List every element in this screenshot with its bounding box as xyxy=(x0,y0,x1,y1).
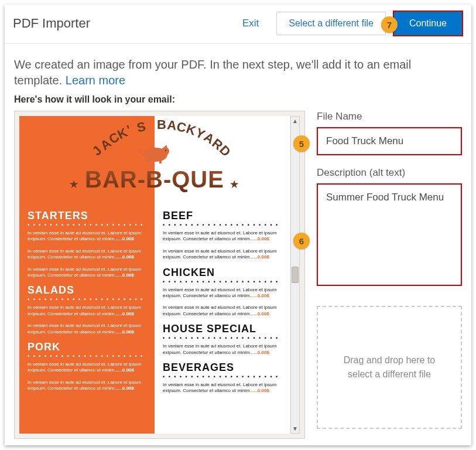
columns: JACK'S BACKYARD xyxy=(14,111,462,439)
step-badge-7: 7 xyxy=(381,16,398,33)
file-name-field-wrap: 5 xyxy=(317,127,462,155)
drop-zone-label: Drag and drop here to select a different… xyxy=(332,353,447,381)
star-icon: ★ xyxy=(67,179,81,189)
file-name-label: File Name xyxy=(317,111,462,122)
preview-heading: Here's how it will look in your email: xyxy=(14,94,462,105)
scroll-up-icon[interactable]: ▲ xyxy=(292,117,298,125)
description-field-wrap: 6 xyxy=(317,183,462,288)
scroll-down-icon[interactable]: ▼ xyxy=(292,424,298,433)
page-title: PDF Importer xyxy=(13,16,242,31)
preview-page: JACK'S BACKYARD xyxy=(19,116,290,434)
content-area: We created an image from your PDF. In th… xyxy=(5,44,471,445)
header-bar: PDF Importer Exit Select a different fil… xyxy=(5,5,471,44)
step-badge-6: 6 xyxy=(293,233,310,249)
select-different-file-button[interactable]: Select a different file xyxy=(276,12,386,35)
learn-more-link[interactable]: Learn more xyxy=(66,74,125,87)
brand-main-row: ★ BAR-B-QUE ★ xyxy=(19,166,290,193)
file-name-input[interactable] xyxy=(317,127,462,155)
preview-scrollbar[interactable]: ▲ ▼ xyxy=(290,116,300,434)
menu-logo: JACK'S BACKYARD xyxy=(19,116,290,204)
svg-point-1 xyxy=(161,147,169,155)
pig-icon xyxy=(137,144,172,166)
description-textarea[interactable] xyxy=(317,183,462,286)
scroll-thumb[interactable] xyxy=(292,267,299,283)
step-badge-5: 5 xyxy=(293,135,310,152)
svg-rect-2 xyxy=(148,159,150,163)
svg-point-4 xyxy=(165,150,166,151)
brand-main-text: BAR-B-QUE xyxy=(85,166,224,193)
app-window: PDF Importer Exit Select a different fil… xyxy=(5,5,471,445)
continue-button[interactable]: Continue xyxy=(394,12,462,35)
preview-container: JACK'S BACKYARD xyxy=(14,111,305,439)
star-icon: ★ xyxy=(228,179,242,189)
drop-zone[interactable]: Drag and drop here to select a different… xyxy=(317,306,462,429)
exit-link[interactable]: Exit xyxy=(242,18,259,29)
form-panel: File Name 5 Description (alt text) 6 Dra… xyxy=(317,111,462,439)
continue-highlight: Continue xyxy=(393,11,463,36)
description-label: Description (alt text) xyxy=(317,167,462,179)
svg-rect-3 xyxy=(159,159,162,163)
intro-text: We created an image from your PDF. In th… xyxy=(14,57,462,88)
